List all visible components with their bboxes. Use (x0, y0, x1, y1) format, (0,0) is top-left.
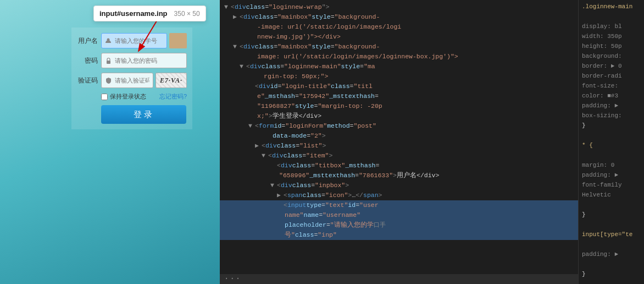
element-tooltip: input#username.inp 350 × 50 (93, 6, 206, 21)
css-line: border-radi (579, 72, 644, 81)
css-line (579, 12, 644, 22)
css-line: } (579, 270, 644, 280)
source-line: data-mode="2"> (220, 131, 578, 141)
source-line: ▼ <div class="loginnew-main" style="ma (220, 62, 578, 72)
remember-row: 保持登录状态 忘记密码? (77, 92, 187, 101)
login-btn-row: 登录 (77, 105, 187, 124)
source-line: "658996" _msttexthash="7861633">用户名</div… (220, 171, 578, 181)
expand-arrow[interactable]: ▼ (248, 121, 255, 131)
source-line: ▼ <div class="inpbox"> (220, 181, 578, 190)
source-line: ▼ <div class="item"> (220, 151, 578, 161)
expand-arrow[interactable]: ▼ (262, 151, 268, 161)
ellipsis: ··· (224, 273, 241, 284)
shield-icon (104, 77, 112, 84)
source-line-highlighted: placeholder="请输入您的学 口手 (220, 220, 578, 230)
password-label: 密码 (77, 56, 98, 65)
source-line: e" _msthash="175942" _msttexthash= (220, 91, 578, 101)
css-line: box-sizing: (579, 111, 644, 121)
source-line: ▼ <div class="mainbox" style="background… (220, 42, 578, 52)
expand-arrow[interactable]: ▼ (270, 181, 277, 190)
source-line: ▼ <div class="loginnew-wrap "> (220, 2, 578, 12)
expand-arrow[interactable]: ▼ (224, 2, 231, 12)
captcha-row: 验证码 E7·VA· (77, 73, 187, 88)
username-row: 用户名 (77, 33, 187, 48)
css-line: height: 50p (579, 42, 644, 52)
source-line: image: url('/static/login/images/loginne… (220, 52, 578, 62)
expand-arrow[interactable]: ▼ (233, 42, 240, 52)
captcha-image[interactable]: E7·VA· (156, 73, 187, 88)
css-line: width: 350p (579, 32, 644, 42)
password-input-wrap (101, 53, 187, 68)
source-line: rgin-top: 50px;"> (220, 72, 578, 81)
css-line (579, 220, 644, 230)
css-line: Helvetic (579, 190, 644, 200)
source-line: "11968827" style="margin-top: -20p (220, 101, 578, 111)
css-line (579, 131, 644, 141)
username-input-wrap (101, 33, 167, 48)
source-line: <div class="titbox" _msthash= (220, 161, 578, 171)
expand-arrow (248, 81, 255, 91)
css-line (579, 240, 644, 250)
user-icon (104, 37, 112, 45)
tooltip-element-name: input#username.inp (99, 9, 168, 18)
password-input[interactable] (101, 53, 187, 68)
css-line: input[type="te (579, 230, 644, 240)
css-line: font-family (579, 181, 644, 190)
css-line (579, 151, 644, 161)
login-form-preview: 用户名 密码 (71, 28, 192, 129)
html-source-panel: ▼ <div class="loginnew-wrap "> ▶ <div cl… (220, 0, 578, 284)
css-line: } (579, 121, 644, 131)
expand-arrow[interactable]: ▶ (233, 12, 240, 22)
tooltip-element-size: 350 × 50 (174, 10, 200, 18)
css-line: } (579, 210, 644, 220)
css-line: background: (579, 52, 644, 62)
captcha-text: E7·VA· (156, 73, 186, 88)
source-line: -image: url('/static/login/images/logi (220, 22, 578, 32)
css-line: padding: ► (579, 101, 644, 111)
expand-arrow[interactable]: ▶ (277, 190, 284, 200)
captcha-label: 验证码 (77, 76, 98, 85)
expand-arrow[interactable]: ▼ (240, 62, 246, 72)
source-line: ▶ <div class="list"> (220, 141, 578, 151)
source-line: <div id="login-title" class="titl (220, 81, 578, 91)
source-line: nnew-img.jpg')"></div> (220, 32, 578, 42)
source-line: x;">学生登录</div> (220, 111, 578, 121)
remember-checkbox[interactable] (101, 94, 108, 100)
source-line-highlighted: 号" class="inp" (220, 230, 578, 240)
password-row: 密码 (77, 53, 187, 68)
css-line (579, 200, 644, 210)
source-line-highlighted: name" name="username" (220, 210, 578, 220)
username-extra-btn[interactable] (169, 33, 187, 48)
captcha-input-wrap (101, 73, 153, 88)
lock-icon (104, 57, 112, 64)
remember-label[interactable]: 保持登录状态 (101, 92, 146, 101)
username-label: 用户名 (77, 36, 98, 46)
forgot-password-link[interactable]: 忘记密码? (159, 92, 187, 101)
css-line (579, 280, 644, 284)
css-line: * { (579, 141, 644, 151)
expand-arrow[interactable]: ▶ (255, 141, 262, 151)
css-line: border: ► 0 (579, 62, 644, 72)
css-line (579, 260, 644, 270)
source-line: ▶ <span class="icon"> … </span> (220, 190, 578, 200)
css-line: margin: 0 (579, 161, 644, 171)
login-button[interactable]: 登录 (101, 105, 186, 124)
css-line: color: ■#3 (579, 91, 644, 101)
source-line-highlighted: <input type="text" id="user (220, 200, 578, 210)
login-preview-panel: input#username.inp 350 × 50 用户名 密码 (0, 0, 220, 284)
source-line: ▶ <div class="mainbox" style="background… (220, 12, 578, 22)
svg-rect-1 (107, 61, 110, 64)
source-bottom-bar: ··· (220, 274, 578, 284)
css-line: .loginnew-main (579, 2, 644, 12)
css-line: padding: ► (579, 171, 644, 181)
css-panel: .loginnew-main display: bl width: 350p h… (578, 0, 644, 284)
css-line: display: bl (579, 22, 644, 32)
css-line: padding: ► (579, 250, 644, 260)
css-line: font-size: (579, 81, 644, 91)
source-line: ▼ <form id="loginForm" method="post" (220, 121, 578, 131)
